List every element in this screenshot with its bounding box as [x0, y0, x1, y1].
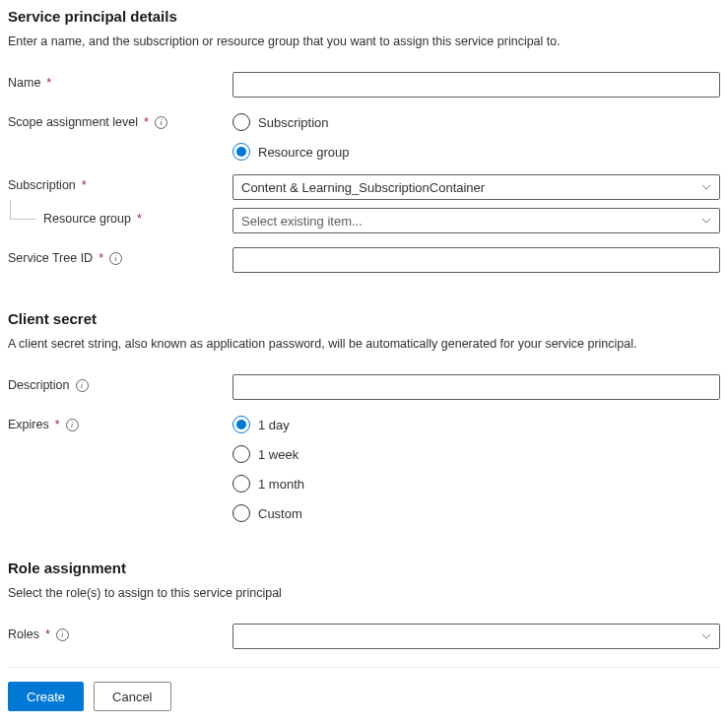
section-role-title: Role assignment — [8, 559, 720, 576]
roles-label: Roles* i — [8, 624, 232, 641]
expires-radio-custom[interactable]: Custom — [232, 504, 720, 522]
radio-icon — [232, 416, 250, 433]
tree-connector — [10, 200, 35, 220]
scope-radio-subscription[interactable]: Subscription — [232, 113, 720, 131]
radio-label: 1 day — [258, 418, 290, 432]
section-details-desc: Enter a name, and the subscription or re… — [8, 34, 720, 48]
expires-label: Expires* i — [8, 414, 232, 431]
scope-radio-resource-group[interactable]: Resource group — [232, 143, 720, 161]
subscription-dropdown[interactable]: Content & Learning_SubscriptionContainer — [232, 174, 720, 200]
scope-radio-group: Subscription Resource group — [232, 111, 720, 161]
info-icon[interactable]: i — [56, 628, 69, 641]
secret-description-label: Description i — [8, 374, 232, 392]
chevron-down-icon — [701, 216, 711, 226]
expires-radio-1month[interactable]: 1 month — [232, 475, 720, 493]
radio-icon — [232, 143, 250, 161]
radio-icon — [232, 113, 250, 131]
roles-dropdown[interactable] — [232, 624, 720, 649]
section-details-title: Service principal details — [8, 8, 720, 25]
radio-label: 1 month — [258, 477, 304, 492]
required-asterisk: * — [144, 115, 149, 129]
service-tree-label: Service Tree ID* i — [8, 247, 232, 265]
radio-label: Custom — [258, 506, 302, 521]
expires-radio-1day[interactable]: 1 day — [232, 416, 720, 433]
subscription-label: Subscription* — [8, 174, 232, 192]
expires-radio-group: 1 day 1 week 1 month Custom — [232, 414, 720, 522]
section-role-desc: Select the role(s) to assign to this ser… — [8, 586, 720, 600]
required-asterisk: * — [45, 627, 50, 641]
required-asterisk: * — [137, 212, 142, 226]
info-icon[interactable]: i — [109, 252, 122, 265]
radio-label: Resource group — [258, 145, 350, 160]
service-tree-input[interactable] — [232, 247, 720, 273]
radio-icon — [232, 445, 250, 463]
name-input[interactable] — [232, 72, 720, 98]
chevron-down-icon — [701, 182, 711, 192]
expires-radio-1week[interactable]: 1 week — [232, 445, 720, 463]
section-secret-desc: A client secret string, also known as ap… — [8, 337, 720, 351]
section-secret-title: Client secret — [8, 310, 720, 327]
dropdown-placeholder: Select existing item... — [241, 214, 363, 229]
cancel-button[interactable]: Cancel — [94, 682, 170, 711]
radio-icon — [232, 475, 250, 493]
resource-group-label: Resource group* — [8, 208, 232, 226]
footer-bar: Create Cancel — [8, 667, 720, 724]
dropdown-value: Content & Learning_SubscriptionContainer — [241, 180, 485, 195]
scope-label: Scope assignment level* i — [8, 111, 232, 129]
required-asterisk: * — [82, 178, 87, 192]
info-icon[interactable]: i — [76, 379, 89, 392]
create-button[interactable]: Create — [8, 682, 84, 711]
radio-label: Subscription — [258, 115, 329, 130]
required-asterisk: * — [46, 76, 51, 90]
name-label: Name* — [8, 72, 232, 90]
required-asterisk: * — [55, 418, 60, 431]
resource-group-dropdown[interactable]: Select existing item... — [232, 208, 720, 233]
required-asterisk: * — [99, 251, 103, 265]
radio-icon — [232, 504, 250, 522]
secret-description-input[interactable] — [232, 374, 720, 400]
info-icon[interactable]: i — [66, 419, 79, 431]
radio-label: 1 week — [258, 447, 298, 462]
chevron-down-icon — [701, 631, 711, 641]
info-icon[interactable]: i — [155, 116, 167, 129]
